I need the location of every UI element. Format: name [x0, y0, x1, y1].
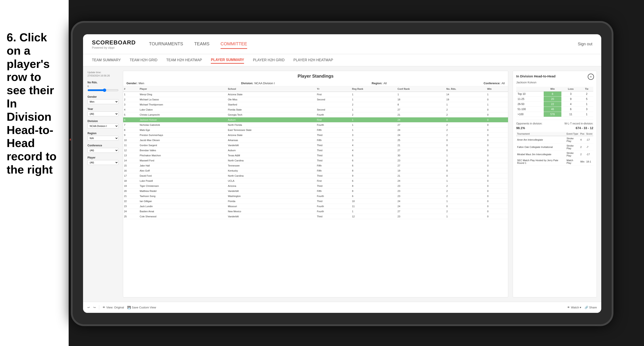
undo-button[interactable]: ↩ [88, 306, 90, 309]
col-no-rds: No. Rds. [446, 86, 486, 92]
sub-nav-player-h2h-heatmap[interactable]: PLAYER H2H HEATMAP [294, 57, 333, 63]
tournament-row: SEC Match Play Hosted by Jerry Pate Roun… [516, 158, 593, 165]
sub-nav-team-summary[interactable]: TEAM SUMMARY [92, 57, 121, 63]
player-row[interactable]: 23 Jack Lundin Missouri Fourth 11 24 0 0 [123, 204, 508, 209]
player-row[interactable]: 7 Nicholas Gabrelcik North Florida Fourt… [123, 123, 508, 128]
col-win: Win [486, 86, 508, 92]
player-row[interactable]: 1 Wenyi Ding Arizona State First 1 1 14 … [123, 92, 508, 97]
division-select[interactable]: NCAA Division I NCAA Division II [88, 124, 118, 129]
player-row[interactable]: 14 Maxwell Ford North Carolina Third 6 2… [123, 158, 508, 163]
player-row[interactable]: 20 Matthew Riedel Vanderbilt Fifth 8 23 … [123, 188, 508, 194]
tablet-screen: SCOREBOARD Powered by clippi TOURNAMENTS… [83, 34, 601, 313]
tournament-row: Mirabel Maui Jim Intercollegiate Stroke … [516, 151, 593, 158]
player-row[interactable]: 18 Luke Powell UCLA First 6 24 1 0 [123, 178, 508, 183]
gender-select[interactable]: Men Women [88, 99, 118, 104]
player-select[interactable]: (All) [88, 160, 118, 165]
filter-no-rds: No Rds. 6 [88, 81, 118, 92]
player-row[interactable]: 11 Gordon Sargent Vanderbilt Third 4 21 … [123, 143, 508, 148]
filter-conference: Conference (All) SEC ACC [88, 144, 118, 153]
player-row[interactable]: 24 Bastien Amat New Mexico Fourth 1 27 2… [123, 209, 508, 214]
top-nav: SCOREBOARD Powered by clippi TOURNAMENTS… [83, 34, 601, 54]
sub-nav: TEAM SUMMARY TEAM H2H GRID TEAM H2H HEAT… [83, 54, 601, 66]
player-row[interactable]: 5 Christo Lamprecht Georgia Tech Fourth … [123, 112, 508, 117]
h2h-row: 11-25 20 9 5 [516, 97, 593, 102]
update-time: Update time: 27/03/2024 16:56:26 [88, 71, 118, 78]
player-row[interactable]: 9 Preston Summerhays Arizona State Third… [123, 133, 508, 138]
nav-items: TOURNAMENTS TEAMS COMMITTEE [149, 40, 578, 49]
logo-area: SCOREBOARD Powered by clippi [92, 39, 136, 49]
player-row[interactable]: 15 Jake Hall Tennessee Fifth 6 27 0 0 [123, 163, 508, 168]
sidebar: Update time: 27/03/2024 16:56:26 No Rds.… [88, 71, 118, 297]
player-row[interactable]: 12 Brendan Valles Auburn Third 4 27 0 0 [123, 148, 508, 153]
gender-filter: Gender: Men [126, 82, 144, 85]
no-rds-slider[interactable] [88, 88, 118, 92]
col-yr: Yr [316, 86, 351, 92]
player-row[interactable]: 3 Michael Thorbjornsen Stanford 2 8 1 1 [123, 102, 508, 107]
save-custom-button[interactable]: 💾 Save Custom View [127, 306, 156, 309]
filter-division: Division NCAA Division I NCAA Division I… [88, 120, 118, 129]
opponents-section: Opponents in division: W-L-T record in-d… [516, 120, 593, 165]
player-row[interactable]: 22 Ian Gilligan Florida Third 10 24 1 0 [123, 199, 508, 204]
logo-scoreboard: SCOREBOARD [92, 39, 136, 46]
sub-nav-team-h2h-heatmap[interactable]: TEAM H2H HEATMAP [166, 57, 202, 63]
filter-player: Player (All) [88, 156, 118, 165]
player-row[interactable]: 13 Phichaksn Maichon Texas A&M Third 6 3… [123, 153, 508, 158]
opponents-header: Opponents in division: W-L-T record in-d… [516, 122, 593, 125]
player-row[interactable]: 2 Michael La Sasso Ole Miss Second 1 18 … [123, 97, 508, 102]
view-original-button[interactable]: 👁 View: Original [102, 306, 124, 309]
watch-button[interactable]: 👁 Watch ▾ [567, 306, 581, 309]
nav-teams[interactable]: TEAMS [194, 40, 210, 49]
redo-button[interactable]: ↪ [93, 306, 96, 309]
col-rank: # [123, 86, 139, 92]
standings-filter-row: Gender: Men Division: NCAA Division I Re… [123, 80, 508, 86]
region-select[interactable]: N/A East West [88, 136, 118, 141]
tournament-row: Fallon Oak Collegiate Invitational Strok… [516, 144, 593, 151]
sub-nav-team-h2h-grid[interactable]: TEAM H2H GRID [130, 57, 157, 63]
division-filter: Division: NCAA Division I [241, 82, 275, 85]
close-button[interactable]: × [588, 74, 594, 80]
wlt-label: W-L-T record in-division: [564, 122, 593, 125]
h2h-player-name: Jackson Koivun [516, 81, 593, 84]
h2h-title: In Division Head-to-Head [516, 74, 593, 78]
tablet-frame: SCOREBOARD Powered by clippi TOURNAMENTS… [71, 21, 614, 326]
player-row[interactable]: 25 Cole Sherwood Vanderbilt Third 12 23 … [123, 214, 508, 219]
player-row[interactable]: 6 Jackson Koivun Auburn First 1 24 0 0 [123, 117, 508, 123]
main-content: Update time: 27/03/2024 16:56:26 No Rds.… [83, 66, 601, 302]
tournament-table: Tournament Event Type Pos Score Amer Am … [516, 132, 593, 165]
sub-nav-player-summary[interactable]: PLAYER SUMMARY [211, 57, 244, 64]
player-row[interactable]: 19 Tiger Christensen Arizona Third 8 23 … [123, 183, 508, 188]
player-row[interactable]: 10 Jacob Max Olesen Arkansas Fifth 3 25 … [123, 138, 508, 143]
h2h-row: 51-100 46 6 3 [516, 107, 593, 112]
h2h-row: Top 10 8 3 2 [516, 91, 593, 97]
h2h-breakdown-table: Win Loss Tie Top 10 8 3 2 11-25 20 9 5 2… [516, 87, 593, 117]
sub-nav-player-h2h-grid[interactable]: PLAYER H2H GRID [253, 57, 284, 63]
filter-region: Region N/A East West [88, 132, 118, 141]
wlt-record: 674 - 33 - 12 [576, 126, 593, 130]
tournament-row: Amer Am Intercollegiate Stroke Play 4 -1… [516, 136, 593, 144]
share-button[interactable]: 🔗 Share [585, 306, 597, 309]
player-row[interactable]: 8 Mats Ege East Tennessee State Fifth 1 … [123, 128, 508, 133]
opponents-pct: 98.1% [516, 126, 525, 130]
col-reg-rank: Reg Rank [351, 86, 397, 92]
instruction-text: 6. Click on a player's row to see their … [0, 26, 69, 181]
player-row[interactable]: 4 Luke Claton Florida State Second 1 27 … [123, 107, 508, 112]
player-table: # Player School Yr Reg Rank Conf Rank No… [123, 86, 508, 297]
col-school: School [227, 86, 316, 92]
year-select[interactable]: (All) 2024 2023 [88, 111, 118, 116]
nav-tournaments[interactable]: TOURNAMENTS [149, 40, 183, 49]
player-row[interactable]: 17 David Ford North Carolina Third 9 21 … [123, 173, 508, 178]
nav-committee[interactable]: COMMITTEE [220, 40, 247, 49]
col-player: Player [139, 86, 227, 92]
table-title: Player Standings [123, 71, 508, 80]
logo-powered: Powered by clippi [92, 46, 136, 49]
col-conf-rank: Conf Rank [397, 86, 445, 92]
h2h-panel: × In Division Head-to-Head Jackson Koivu… [513, 71, 597, 297]
opponents-label: Opponents in division: [516, 122, 542, 125]
player-row[interactable]: 16 Alex Goff Kentucky Fifth 8 19 0 0 [123, 168, 508, 173]
player-standings-table: Player Standings Gender: Men Division: N… [123, 71, 508, 297]
conference-select[interactable]: (All) SEC ACC [88, 148, 118, 153]
h2h-row: 26-50 22 4 1 [516, 102, 593, 107]
filter-gender: Gender Men Women [88, 95, 118, 104]
player-row[interactable]: 21 Taehoon Song Washington Fourth 6 23 2… [123, 194, 508, 199]
sign-out-button[interactable]: Sign out [578, 42, 592, 46]
